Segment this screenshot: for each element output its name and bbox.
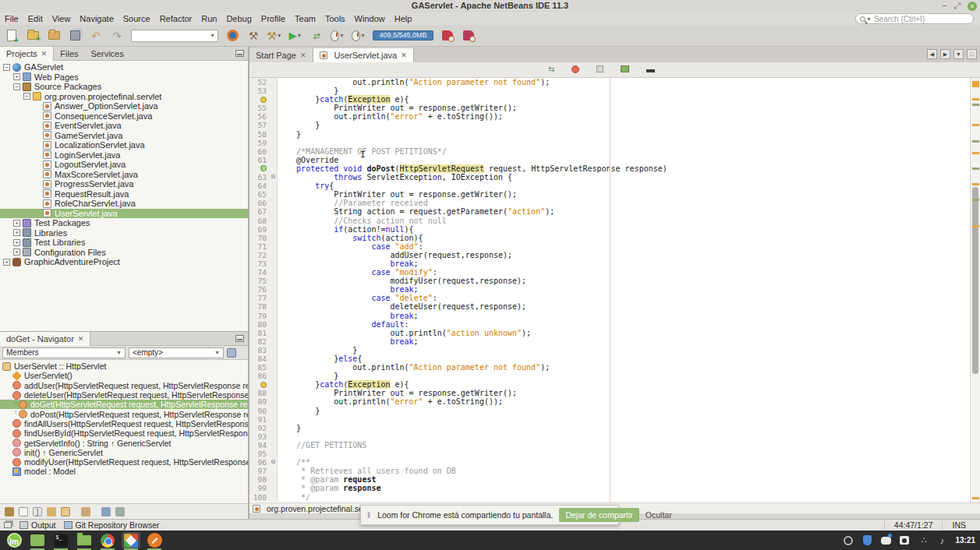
code-line-71[interactable]: 71 case "add":	[249, 242, 980, 251]
code-line-85[interactable]: 85 out.println("Action parameter not fou…	[249, 363, 980, 372]
code-line-97[interactable]: 97 * Retrieves all users found on DB	[249, 467, 980, 475]
tab-start-page[interactable]: Start Page✕	[249, 48, 313, 62]
sort-alpha-icon[interactable]	[101, 507, 111, 517]
tree-item-localizationservlet-java[interactable]: LocalizationServlet.java	[0, 140, 248, 150]
collapse-icon[interactable]: −	[23, 93, 30, 100]
new-project-button[interactable]	[26, 29, 40, 43]
undo-button[interactable]: ↶	[89, 29, 103, 43]
navigator-item-model[interactable]: model : Model	[0, 467, 248, 476]
file-manager-icon[interactable]	[75, 532, 94, 548]
save-all-button[interactable]	[68, 29, 82, 43]
close-icon[interactable]: ✕	[41, 50, 48, 58]
code-line-86[interactable]: 86 }	[249, 372, 980, 380]
menu-team[interactable]: Team	[290, 14, 320, 23]
error-stripe-mark[interactable]	[972, 497, 979, 499]
code-line-96[interactable]: 96⊟ /**	[249, 458, 980, 467]
scroll-tabs-right-icon[interactable]: ▶	[940, 49, 950, 59]
error-stripe-mark[interactable]	[972, 225, 979, 227]
code-line-74[interactable]: 74 case "modify":	[249, 268, 980, 277]
tree-item-org-proven-projectefinal-servlet[interactable]: −org.proven.projectefinal.servlet	[0, 92, 248, 102]
code-line-63[interactable]: 63⊟ throws ServletException, IOException…	[249, 173, 980, 182]
tab-userservlet-java[interactable]: UserServlet.java✕	[313, 48, 414, 62]
scrollbar-thumb[interactable]	[972, 187, 978, 374]
search-input[interactable]: ▼ Search (Ctrl+I)	[855, 13, 974, 24]
close-icon[interactable]: ✕	[78, 335, 84, 343]
menu-refactor[interactable]: Refactor	[155, 14, 197, 23]
build-button[interactable]: ⚒	[246, 29, 260, 43]
navigator-item-finduserbyid[interactable]: findUserById(HttpServletRequest request,…	[0, 428, 248, 438]
fold-toggle-icon[interactable]: ⊟	[270, 173, 278, 182]
menu-profile[interactable]: Profile	[256, 14, 290, 23]
scroll-tabs-left-icon[interactable]: ◀	[927, 49, 937, 59]
tree-item-loginservlet-java[interactable]: LoginServlet.java	[0, 150, 248, 160]
mint-menu-icon[interactable]: lm	[5, 532, 23, 548]
code-line-82[interactable]: 82 break;	[249, 337, 980, 346]
maximize-button[interactable]: ⤢	[953, 1, 961, 11]
menu-source[interactable]: Source	[119, 14, 155, 23]
code-line-93[interactable]: 93	[249, 432, 980, 441]
expand-icon[interactable]: +	[13, 239, 20, 246]
members-view-select[interactable]: Members▼	[2, 347, 126, 358]
navigator-item-userservlet[interactable]: UserServlet :: HttpServlet	[0, 361, 248, 371]
menu-window[interactable]: Window	[350, 14, 390, 23]
screen-recorder-icon[interactable]	[899, 535, 910, 546]
error-stripe-mark[interactable]	[972, 104, 979, 106]
error-stripe-mark[interactable]	[972, 152, 979, 154]
hide-button[interactable]: Ocultar	[646, 510, 672, 520]
expand-icon[interactable]: +	[13, 220, 20, 227]
code-line-58[interactable]: 58 }	[249, 130, 980, 139]
code-line-67[interactable]: 67 String action = request.getParameter(…	[249, 207, 980, 216]
code-line-88[interactable]: 88 PrintWriter out = response.getWriter(…	[249, 389, 980, 397]
code-line-98[interactable]: 98 * @param request	[249, 475, 980, 484]
tab-services[interactable]: Services	[85, 47, 130, 61]
expand-icon[interactable]: +	[13, 229, 20, 236]
scope-select[interactable]: <empty>▼	[129, 347, 224, 358]
code-line-72[interactable]: 72 addUser(request,response);	[249, 251, 980, 259]
code-line-57[interactable]: 57 }	[249, 121, 980, 129]
navigator-item-init[interactable]: init() ↑ GenericServlet	[0, 448, 248, 457]
code-line-64[interactable]: 64 try{	[249, 182, 980, 190]
navigator-item-deleteuser[interactable]: deleteUser(HttpServletRequest request, H…	[0, 390, 248, 400]
menu-view[interactable]: View	[48, 14, 76, 23]
discord-icon[interactable]	[880, 535, 891, 546]
collapse-icon[interactable]: −	[13, 83, 20, 90]
profile-button[interactable]: ▼	[331, 29, 345, 43]
code-line-66[interactable]: 66 //Parameter received	[249, 199, 980, 207]
tree-item-maxscoreservlet-java[interactable]: MaxScoreServlet.java	[0, 170, 248, 180]
tree-item-userservlet-java[interactable]: UserServlet.java	[0, 209, 248, 219]
netbeans-icon[interactable]	[122, 532, 140, 548]
maximize-editor-icon[interactable]: □	[967, 49, 977, 59]
show-desktop-icon[interactable]	[28, 532, 47, 548]
columns-icon[interactable]	[227, 348, 236, 358]
menu-run[interactable]: Run	[196, 14, 221, 23]
code-line-90[interactable]: 90 }	[249, 407, 980, 415]
tree-item-configuration-files[interactable]: +Configuration Files	[0, 248, 248, 258]
navigator-item-dopost[interactable]: doPost(HttpServletRequest request, HttpS…	[0, 409, 248, 418]
minimize-panel-icon[interactable]	[235, 50, 244, 57]
open-project-button[interactable]	[47, 29, 61, 43]
tree-item-rolecharservlet-java[interactable]: RoleCharServlet.java	[0, 199, 248, 209]
code-line-53[interactable]: 53 }	[249, 86, 980, 95]
code-line-89[interactable]: 89 out.println("error" + e.toString());	[249, 397, 980, 406]
expand-icon[interactable]: +	[13, 73, 20, 80]
error-stripe-mark[interactable]	[972, 199, 979, 201]
new-file-button[interactable]	[5, 29, 19, 43]
close-button[interactable]: ×	[968, 2, 977, 11]
code-line-60[interactable]: 60 /*MANAGEMENT OF POST PETITIONS*/	[249, 147, 980, 156]
code-line-94[interactable]: 94 //GET PETITIONS	[249, 441, 980, 450]
git-repository-browser-tab[interactable]: Git Repository Browser	[64, 520, 160, 530]
close-icon[interactable]: ✕	[401, 51, 407, 59]
non-public-members-filter-icon[interactable]	[61, 507, 70, 517]
menu-tools[interactable]: Tools	[320, 14, 350, 23]
code-line-100[interactable]: 100 */	[249, 493, 980, 502]
code-line-95[interactable]: 95	[249, 450, 980, 458]
error-stripe-mark[interactable]	[972, 124, 979, 126]
code-line-91[interactable]: 91	[249, 415, 980, 424]
code-line-55[interactable]: 55 PrintWriter out = response.getWriter(…	[249, 104, 980, 112]
navigator-item-adduser[interactable]: addUser(HttpServletRequest request, Http…	[0, 381, 248, 390]
code-line-83[interactable]: 83 }	[249, 346, 980, 354]
code-line-59[interactable]: 59	[249, 139, 980, 147]
pause-icon[interactable]: ‖	[367, 511, 371, 520]
tree-item-gaservlet[interactable]: −GAServlet	[0, 62, 248, 72]
clean-build-button[interactable]: ⚒▼	[267, 29, 281, 43]
